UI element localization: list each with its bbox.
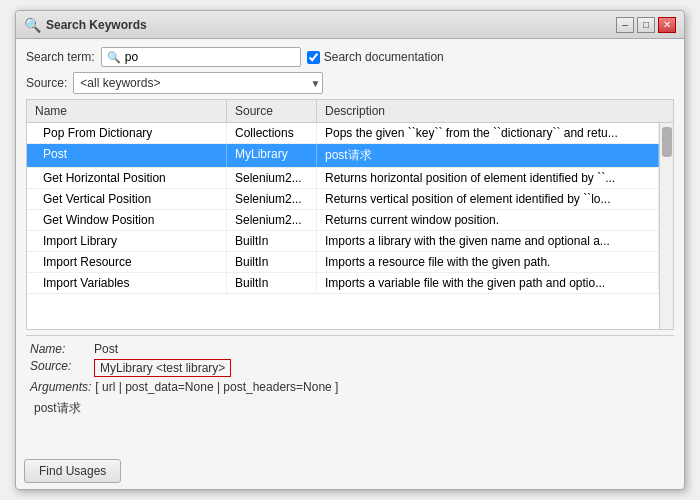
col-header-description: Description [317,100,673,122]
source-select[interactable]: <all keywords> Collections MyLibrary Sel… [74,73,322,93]
col-header-source: Source [227,100,317,122]
title-bar: 🔍 Search Keywords – □ ✕ [16,11,684,39]
col-header-name: Name [27,100,227,122]
table-row[interactable]: Get Horizontal Position Selenium2... Ret… [27,168,659,189]
table-scrollbar[interactable] [659,123,673,329]
cell-name: Import Resource [27,252,227,272]
detail-name-label: Name: [30,342,90,356]
detail-args-label: Arguments: [30,380,91,394]
find-usages-button[interactable]: Find Usages [24,459,121,483]
table-row[interactable]: Import Resource BuiltIn Imports a resour… [27,252,659,273]
cell-name: Import Library [27,231,227,251]
table-row[interactable]: Import Library BuiltIn Imports a library… [27,231,659,252]
table-row[interactable]: Get Window Position Selenium2... Returns… [27,210,659,231]
results-table: Name Source Description Pop From Diction… [26,99,674,330]
cell-description: post请求 [317,144,659,167]
cell-name: Pop From Dictionary [27,123,227,143]
table-body-wrapper: Pop From Dictionary Collections Pops the… [27,123,673,329]
cell-source: BuiltIn [227,252,317,272]
window-body: Search term: 🔍 Search documentation Sour… [16,39,684,453]
table-row[interactable]: Post MyLibrary post请求 [27,144,659,168]
search-docs-label: Search documentation [324,50,444,64]
table-row[interactable]: Get Vertical Position Selenium2... Retur… [27,189,659,210]
cell-source: BuiltIn [227,273,317,293]
cell-source: Collections [227,123,317,143]
table-header: Name Source Description [27,100,673,123]
cell-description: Returns horizontal position of element i… [317,168,659,188]
scroll-thumb [662,127,672,157]
cell-name: Import Variables [27,273,227,293]
title-bar-left: 🔍 Search Keywords [24,17,147,33]
window-icon: 🔍 [24,17,40,33]
detail-args-row: Arguments: [ url | post_data=None | post… [30,380,670,394]
cell-source: BuiltIn [227,231,317,251]
search-docs-checkbox[interactable] [307,51,320,64]
detail-source-value: MyLibrary <test library> [94,359,231,377]
cell-name: Get Horizontal Position [27,168,227,188]
cell-description: Imports a library with the given name an… [317,231,659,251]
table-body: Pop From Dictionary Collections Pops the… [27,123,659,329]
source-label: Source: [26,76,67,90]
search-input-wrap: 🔍 [101,47,301,67]
cell-description: Pops the given ``key`` from the ``dictio… [317,123,659,143]
table-row[interactable]: Import Variables BuiltIn Imports a varia… [27,273,659,294]
source-row: Source: <all keywords> Collections MyLib… [26,72,674,94]
detail-section: Name: Post Source: MyLibrary <test libra… [26,335,674,445]
maximize-button[interactable]: □ [637,17,655,33]
cell-description: Returns current window position. [317,210,659,230]
search-input[interactable] [125,50,285,64]
cell-source: Selenium2... [227,210,317,230]
search-docs-checkbox-wrap: Search documentation [307,50,444,64]
window-title: Search Keywords [46,18,147,32]
cell-source: MyLibrary [227,144,317,167]
cell-description: Returns vertical position of element ide… [317,189,659,209]
minimize-button[interactable]: – [616,17,634,33]
cell-description: Imports a variable file with the given p… [317,273,659,293]
detail-name-row: Name: Post [30,342,670,356]
footer: Find Usages [16,453,684,489]
detail-args-value: [ url | post_data=None | post_headers=No… [95,380,338,394]
cell-description: Imports a resource file with the given p… [317,252,659,272]
search-icon: 🔍 [107,51,121,64]
cell-source: Selenium2... [227,189,317,209]
detail-name-value: Post [94,342,118,356]
main-window: 🔍 Search Keywords – □ ✕ Search term: 🔍 S… [15,10,685,490]
search-row: Search term: 🔍 Search documentation [26,47,674,67]
source-select-wrap: <all keywords> Collections MyLibrary Sel… [73,72,323,94]
detail-source-label: Source: [30,359,90,373]
close-button[interactable]: ✕ [658,17,676,33]
title-controls: – □ ✕ [616,17,676,33]
cell-name: Get Vertical Position [27,189,227,209]
cell-source: Selenium2... [227,168,317,188]
table-row[interactable]: Pop From Dictionary Collections Pops the… [27,123,659,144]
detail-description: post请求 [30,400,670,417]
cell-name: Post [27,144,227,167]
search-term-label: Search term: [26,50,95,64]
cell-name: Get Window Position [27,210,227,230]
detail-source-row: Source: MyLibrary <test library> [30,359,670,377]
